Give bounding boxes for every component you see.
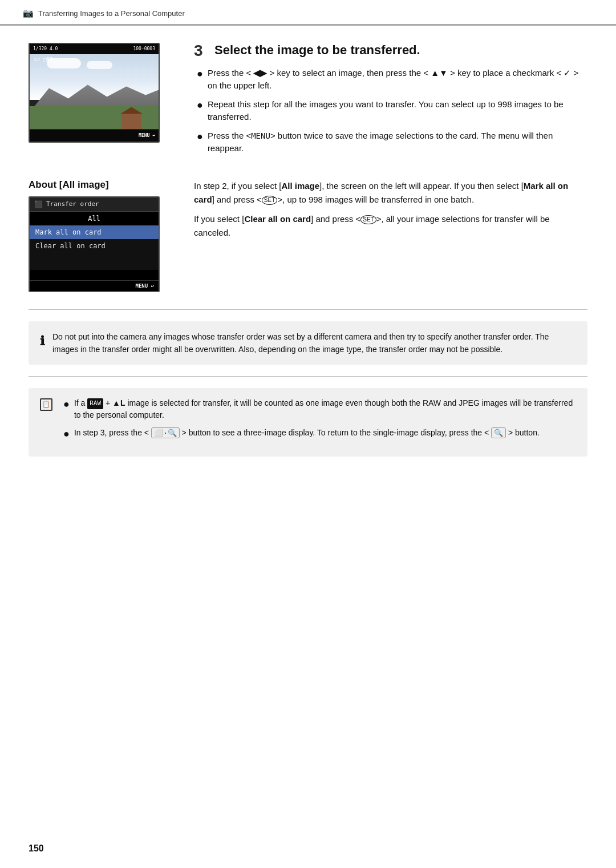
- note-box: 📋 ● If a RAW + ▲L image is selected for …: [29, 388, 587, 457]
- about-description: In step 2, if you select [All image], th…: [194, 179, 587, 207]
- about-title: About [All image]: [29, 179, 177, 191]
- note-bullet-text-1: If a RAW + ▲L image is selected for tran…: [74, 397, 576, 421]
- step3-left: 1/320 4.0 100-0003 ☑✓ □99 MENU ↩: [29, 43, 177, 161]
- step-title: Select the image to be transferred.: [214, 43, 420, 58]
- menu-screen: ⬛ Transfer order All Mark all on card Cl…: [29, 196, 160, 292]
- note-content: ● If a RAW + ▲L image is selected for tr…: [60, 397, 576, 447]
- bullet-1: ● Press the < ◀▶ > key to select an imag…: [197, 67, 587, 92]
- header-text: Transferring Images to a Personal Comput…: [38, 9, 185, 18]
- camera-clouds2: [87, 61, 112, 69]
- menu-header-row: ⬛ Transfer order: [30, 197, 159, 212]
- bullet-text-2: Repeat this step for all the images you …: [208, 98, 587, 124]
- camera-top-bar: 1/320 4.0 100-0003: [30, 44, 159, 54]
- camera-checkmark-overlay: ☑✓ □99: [34, 55, 53, 62]
- camera-exposure: 1/320 4.0: [33, 46, 58, 51]
- menu-header-label: Transfer order: [46, 200, 99, 208]
- zoom-out-btn: ⬜·🔍: [151, 427, 180, 438]
- camera-bottom-bar: MENU ↩: [30, 130, 159, 142]
- menu-transfer-icon: ⬛: [34, 200, 43, 208]
- menu-item-all: All: [30, 212, 159, 225]
- about-right: In step 2, if you select [All image], th…: [194, 179, 587, 292]
- warning-box: ℹ Do not put into the camera any images …: [29, 321, 587, 365]
- note-bullet-dot-1: ●: [63, 397, 70, 412]
- bullet-dot-2: ●: [197, 98, 203, 113]
- menu-item-clear-all: Clear all on card: [30, 239, 159, 253]
- bullet-text-1: Press the < ◀▶ > key to select an image,…: [208, 67, 587, 92]
- camera-filename: 100-0003: [133, 46, 155, 51]
- menu-bottom-label: MENU ↩: [135, 283, 154, 289]
- note-icon: 📋: [40, 398, 52, 411]
- step3-right: 3 Select the image to be transferred. ● …: [194, 43, 587, 161]
- camera-screen: 1/320 4.0 100-0003 ☑✓ □99 MENU ↩: [29, 43, 160, 143]
- page-header: 📷 Transferring Images to a Personal Comp…: [0, 0, 616, 25]
- bullet-3: ● Press the <MENU> button twice to save …: [197, 130, 587, 155]
- menu-item-mark-all: Mark all on card: [30, 225, 159, 239]
- menu-bottom-bar: MENU ↩: [30, 280, 159, 291]
- step3-bullets: ● Press the < ◀▶ > key to select an imag…: [197, 67, 587, 155]
- page-number: 150: [29, 843, 44, 854]
- bullet-dot-3: ●: [197, 129, 203, 144]
- bullet-2: ● Repeat this step for all the images yo…: [197, 98, 587, 124]
- transfer-header-icon: 📷: [23, 8, 34, 18]
- camera-barn: [121, 113, 141, 129]
- note-bullet-text-2: In step 3, press the < ⬜·🔍 > button to s…: [74, 427, 540, 439]
- bullet-dot-1: ●: [197, 66, 203, 82]
- about-section: About [All image] ⬛ Transfer order All M…: [29, 179, 587, 292]
- zoom-in-btn: 🔍: [491, 427, 506, 438]
- raw-label: RAW: [87, 398, 103, 409]
- note-bullets: ● If a RAW + ▲L image is selected for tr…: [63, 397, 576, 442]
- about-left: About [All image] ⬛ Transfer order All M…: [29, 179, 177, 292]
- note-bullet-dot-2: ●: [63, 426, 70, 442]
- step3-section: 1/320 4.0 100-0003 ☑✓ □99 MENU ↩ 3: [29, 43, 587, 161]
- step-number: 3: [194, 43, 209, 59]
- note-bullet-1: ● If a RAW + ▲L image is selected for tr…: [63, 397, 576, 421]
- camera-menu-label: MENU ↩: [139, 133, 155, 138]
- about-description-2: If you select [Clear all on card] and pr…: [194, 212, 587, 240]
- step-number-title: 3 Select the image to be transferred.: [194, 43, 587, 59]
- note-bullet-2: ● In step 3, press the < ⬜·🔍 > button to…: [63, 427, 576, 442]
- section-divider-1: [29, 309, 587, 310]
- warning-text: Do not put into the camera any images wh…: [52, 330, 576, 356]
- warning-icon: ℹ: [40, 331, 44, 351]
- bullet-text-3: Press the <MENU> button twice to save th…: [208, 130, 587, 155]
- section-divider-2: [29, 376, 587, 377]
